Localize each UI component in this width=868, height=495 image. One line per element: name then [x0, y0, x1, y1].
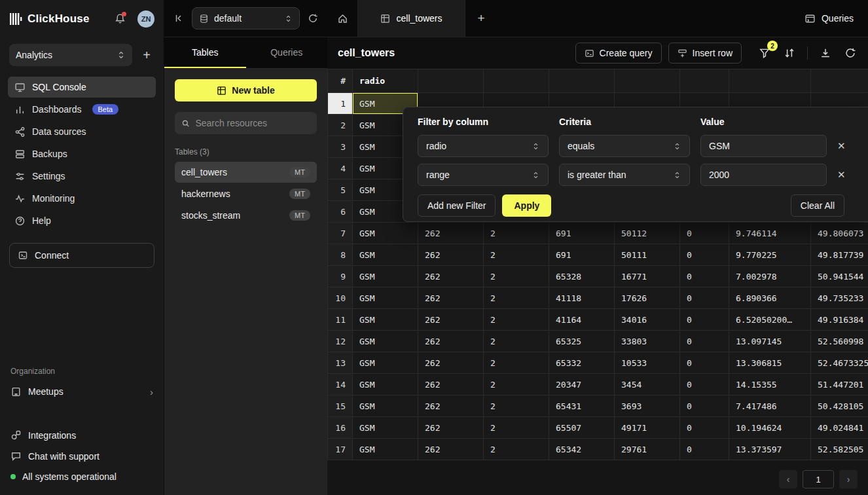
table-cell[interactable]: 262	[418, 244, 484, 266]
table-cell[interactable]: 2	[484, 352, 549, 374]
table-cell[interactable]: 41164	[549, 309, 615, 331]
table-cell[interactable]: 50.941544	[811, 266, 868, 287]
sidebar-item-monitoring[interactable]: Monitoring	[8, 188, 156, 209]
table-cell[interactable]: 2	[484, 417, 549, 439]
table-cell[interactable]: 0	[680, 374, 729, 395]
connect-button[interactable]: Connect	[9, 243, 154, 268]
clear-all-filters-button[interactable]: Clear All	[791, 194, 844, 217]
table-cell[interactable]: 262	[418, 417, 484, 439]
tab-cell-towers[interactable]: cell_towers	[358, 0, 465, 37]
table-cell[interactable]: 13.097145	[729, 331, 811, 352]
sidebar-item-settings[interactable]: Settings	[8, 166, 156, 187]
table-cell[interactable]: 0	[680, 223, 729, 244]
tab-queries[interactable]: Queries	[246, 37, 328, 68]
column-header[interactable]: #	[328, 69, 353, 93]
table-cell[interactable]: 65431	[549, 395, 615, 417]
table-cell[interactable]: 33803	[615, 331, 680, 352]
table-cell[interactable]: 2	[484, 374, 549, 395]
table-cell[interactable]: 2	[484, 287, 549, 309]
column-header[interactable]	[811, 69, 868, 93]
table-cell[interactable]: 0	[680, 266, 729, 287]
table-cell[interactable]: 49.817739	[811, 244, 868, 266]
table-cell[interactable]: 65342	[549, 439, 615, 460]
table-cell[interactable]: GSM	[353, 417, 418, 439]
sidebar-item-meetups[interactable]: Meetups ›	[0, 380, 164, 403]
table-cell[interactable]: 9.770225	[729, 244, 811, 266]
table-cell[interactable]: GSM	[353, 395, 418, 417]
integrations-link[interactable]: Integrations	[10, 430, 153, 441]
table-cell[interactable]: 0	[680, 331, 729, 352]
table-cell[interactable]: 9.746114	[729, 223, 811, 244]
home-tab[interactable]	[327, 0, 358, 37]
table-cell[interactable]: 2	[484, 309, 549, 331]
table-cell[interactable]: GSM	[353, 439, 418, 460]
table-cell[interactable]: 50111	[615, 244, 680, 266]
sidebar-item-backups[interactable]: Backups	[8, 143, 156, 164]
search-input[interactable]	[195, 118, 310, 128]
apply-filter-button[interactable]: Apply	[502, 194, 551, 217]
table-cell[interactable]: 10533	[615, 352, 680, 374]
row-number-cell[interactable]: 17	[328, 439, 353, 460]
table-cell[interactable]: GSM	[353, 309, 418, 331]
table-cell[interactable]: 0	[680, 244, 729, 266]
sidebar-item-sql-console[interactable]: SQL Console	[8, 77, 156, 98]
table-cell[interactable]: 14.15355	[729, 374, 811, 395]
table-cell[interactable]: 262	[418, 395, 484, 417]
table-cell[interactable]: 49.916384	[811, 309, 868, 331]
table-cell[interactable]: 65325	[549, 331, 615, 352]
table-cell[interactable]: 0	[680, 352, 729, 374]
table-cell[interactable]: 17626	[615, 287, 680, 309]
table-cell[interactable]: 262	[418, 287, 484, 309]
tab-tables[interactable]: Tables	[164, 37, 246, 68]
table-cell[interactable]: GSM	[353, 331, 418, 352]
table-cell[interactable]: 262	[418, 309, 484, 331]
table-list-item-hackernews[interactable]: hackernews MT	[175, 183, 317, 204]
table-cell[interactable]: 13.373597	[729, 439, 811, 460]
table-list-item-stocks-stream[interactable]: stocks_stream MT	[175, 205, 317, 226]
chat-support-link[interactable]: Chat with support	[10, 450, 153, 462]
workspace-select[interactable]: Analytics	[9, 44, 132, 66]
table-list-item-cell-towers[interactable]: cell_towers MT	[175, 162, 317, 183]
table-cell[interactable]: 16771	[615, 266, 680, 287]
filter-value-input[interactable]	[709, 141, 818, 151]
table-cell[interactable]: 50112	[615, 223, 680, 244]
table-cell[interactable]: 49.735233	[811, 287, 868, 309]
row-number-cell[interactable]: 3	[328, 136, 353, 158]
queries-button[interactable]: Queries	[790, 0, 868, 37]
column-header[interactable]	[615, 69, 680, 93]
column-header[interactable]	[484, 69, 549, 93]
table-cell[interactable]: 41118	[549, 287, 615, 309]
table-cell[interactable]: 262	[418, 223, 484, 244]
column-header[interactable]	[680, 69, 729, 93]
column-header[interactable]: radio	[353, 69, 418, 93]
sidebar-item-help[interactable]: Help	[8, 210, 156, 231]
table-cell[interactable]: 262	[418, 439, 484, 460]
table-cell[interactable]: 262	[418, 352, 484, 374]
row-number-cell[interactable]: 12	[328, 331, 353, 352]
row-number-cell[interactable]: 14	[328, 374, 353, 395]
table-cell[interactable]: 2	[484, 439, 549, 460]
table-cell[interactable]: 691	[549, 223, 615, 244]
table-cell[interactable]: 6.52050200…	[729, 309, 811, 331]
table-cell[interactable]: 0	[680, 395, 729, 417]
table-cell[interactable]: 51.447201	[811, 374, 868, 395]
refresh-table-button[interactable]	[843, 46, 858, 60]
notifications-bell-icon[interactable]	[115, 13, 126, 24]
table-cell[interactable]: 2	[484, 223, 549, 244]
table-cell[interactable]: 49.806073	[811, 223, 868, 244]
row-number-cell[interactable]: 15	[328, 395, 353, 417]
row-number-cell[interactable]: 9	[328, 266, 353, 287]
table-cell[interactable]: 0	[680, 417, 729, 439]
table-cell[interactable]: 52.582505	[811, 439, 868, 460]
table-cell[interactable]: 0	[680, 309, 729, 331]
table-cell[interactable]: 65328	[549, 266, 615, 287]
table-cell[interactable]: 52.4673325	[811, 352, 868, 374]
column-header[interactable]	[418, 69, 484, 93]
create-query-button[interactable]: Create query	[575, 43, 662, 64]
table-cell[interactable]: GSM	[353, 223, 418, 244]
table-cell[interactable]: 50.428105	[811, 395, 868, 417]
table-cell[interactable]: GSM	[353, 352, 418, 374]
remove-filter-button-2[interactable]: ✕	[837, 169, 846, 181]
table-cell[interactable]: 20347	[549, 374, 615, 395]
row-number-cell[interactable]: 8	[328, 244, 353, 266]
